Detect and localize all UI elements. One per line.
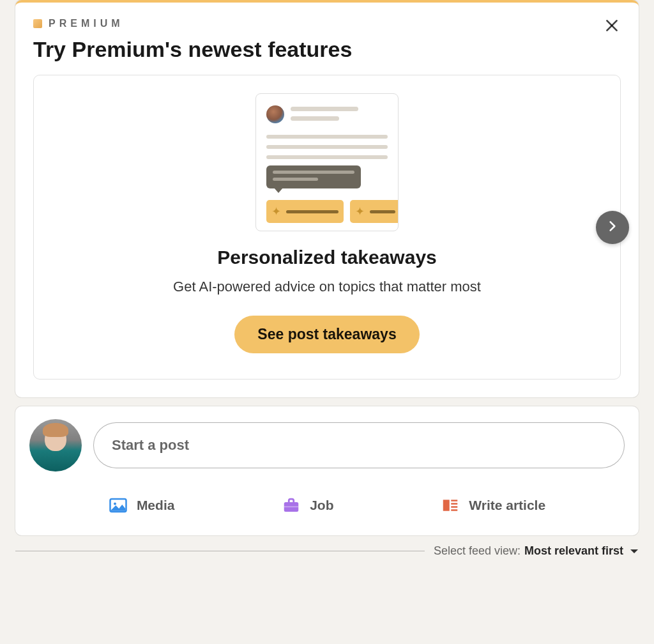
see-post-takeaways-button[interactable]: See post takeaways bbox=[234, 316, 419, 353]
share-box: Start a post Media bbox=[15, 406, 639, 535]
article-label: Write article bbox=[469, 498, 545, 513]
close-icon bbox=[604, 17, 620, 36]
media-action[interactable]: Media bbox=[100, 489, 184, 521]
caret-down-icon bbox=[630, 544, 639, 558]
carousel-next-button[interactable] bbox=[596, 211, 629, 244]
start-post-button[interactable]: Start a post bbox=[93, 422, 625, 468]
premium-promo-card: PREMIUM Try Premium's newest features bbox=[15, 0, 639, 397]
svg-rect-7 bbox=[452, 500, 458, 502]
feature-description: Get AI-powered advice on topics that mat… bbox=[53, 279, 601, 295]
premium-label: PREMIUM bbox=[49, 18, 124, 29]
close-button[interactable] bbox=[600, 15, 623, 38]
job-action[interactable]: Job bbox=[273, 489, 342, 521]
feed-sort-value: Most relevant first bbox=[524, 544, 623, 558]
job-label: Job bbox=[310, 498, 333, 513]
user-avatar[interactable] bbox=[29, 419, 82, 471]
premium-feature-card: ✦ ✦ Personalized takeaways Get AI-powere… bbox=[33, 75, 621, 379]
media-icon bbox=[109, 496, 128, 515]
article-icon bbox=[441, 496, 460, 515]
premium-header: PREMIUM bbox=[33, 18, 621, 29]
svg-point-3 bbox=[114, 503, 116, 505]
feed-sort-bar: Select feed view: Most relevant first bbox=[15, 544, 639, 558]
sort-divider bbox=[15, 551, 425, 551]
svg-rect-6 bbox=[443, 500, 450, 511]
feed-sort-label: Select feed view: bbox=[434, 544, 521, 558]
feed-sort-dropdown[interactable]: Select feed view: Most relevant first bbox=[434, 544, 639, 558]
premium-title: Try Premium's newest features bbox=[33, 37, 621, 62]
media-label: Media bbox=[137, 498, 175, 513]
premium-badge-icon bbox=[33, 19, 42, 28]
svg-rect-10 bbox=[452, 509, 458, 511]
svg-rect-5 bbox=[284, 506, 299, 507]
svg-rect-8 bbox=[452, 503, 458, 505]
svg-rect-9 bbox=[452, 506, 458, 508]
feature-illustration: ✦ ✦ bbox=[255, 93, 399, 231]
feature-title: Personalized takeaways bbox=[53, 247, 601, 268]
write-article-action[interactable]: Write article bbox=[432, 489, 554, 521]
chevron-right-icon bbox=[606, 220, 619, 235]
job-icon bbox=[282, 496, 301, 515]
